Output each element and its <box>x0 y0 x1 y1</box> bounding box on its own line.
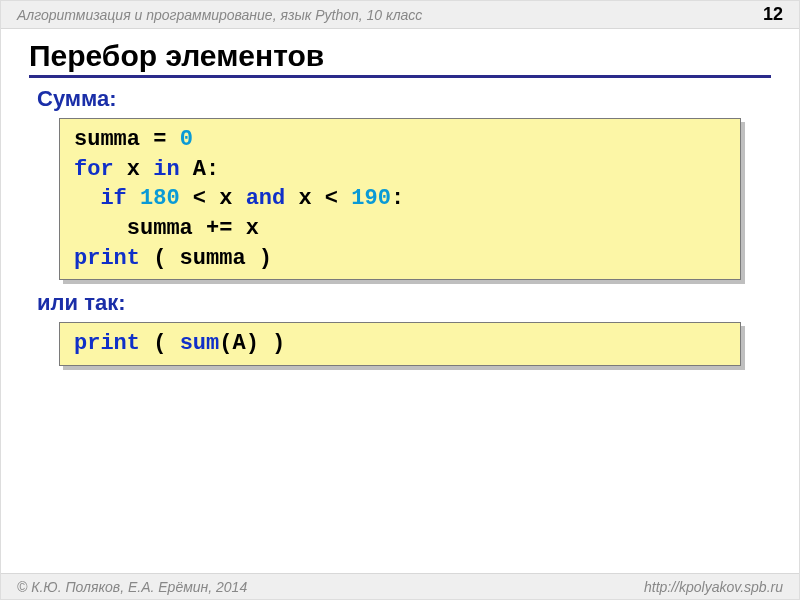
code-content-1: summa = 0 for x in A: if 180 < x and x <… <box>59 118 741 280</box>
course-title: Алгоритмизация и программирование, язык … <box>17 7 422 23</box>
footer-url: http://kpolyakov.spb.ru <box>644 579 783 595</box>
page-number: 12 <box>763 4 783 25</box>
slide-footer: © К.Ю. Поляков, Е.А. Ерёмин, 2014 http:/… <box>1 573 799 599</box>
code-content-2: print ( sum(A) ) <box>59 322 741 366</box>
label-sum: Сумма: <box>37 86 771 112</box>
footer-author: © К.Ю. Поляков, Е.А. Ерёмин, 2014 <box>17 579 247 595</box>
slide-content: Перебор элементов Сумма: summa = 0 for x… <box>1 29 799 366</box>
slide-header: Алгоритмизация и программирование, язык … <box>1 1 799 29</box>
code-block-1: summa = 0 for x in A: if 180 < x and x <… <box>59 118 741 280</box>
code-block-2: print ( sum(A) ) <box>59 322 741 366</box>
label-or: или так: <box>37 290 771 316</box>
page-title: Перебор элементов <box>29 39 771 78</box>
